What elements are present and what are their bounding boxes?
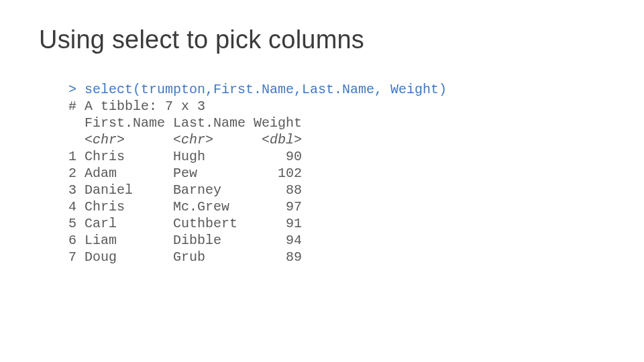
table-row: 3 Daniel Barney 88 <box>68 182 302 198</box>
table-row: 2 Adam Pew 102 <box>68 166 302 181</box>
table-row: 1 Chris Hugh 90 <box>68 149 302 164</box>
r-prompt: > <box>68 82 85 97</box>
code-block: > select(trumpton,First.Name,Last.Name, … <box>68 81 605 265</box>
table-row: 7 Doug Grub 89 <box>68 249 302 265</box>
table-header-row: First.Name Last.Name Weight <box>68 115 302 131</box>
table-row: 5 Carl Cuthbert 91 <box>68 216 302 231</box>
table-row: 6 Liam Dibble 94 <box>68 233 302 248</box>
slide-title: Using select to pick columns <box>39 25 605 54</box>
r-command: select(trumpton,First.Name,Last.Name, We… <box>85 82 447 97</box>
table-row: 4 Chris Mc.Grew 97 <box>68 199 302 215</box>
tibble-summary: # A tibble: 7 x 3 <box>68 99 205 114</box>
table-types-row: <chr> <chr> <dbl> <box>68 132 302 147</box>
slide: Using select to pick columns > select(tr… <box>0 0 644 362</box>
